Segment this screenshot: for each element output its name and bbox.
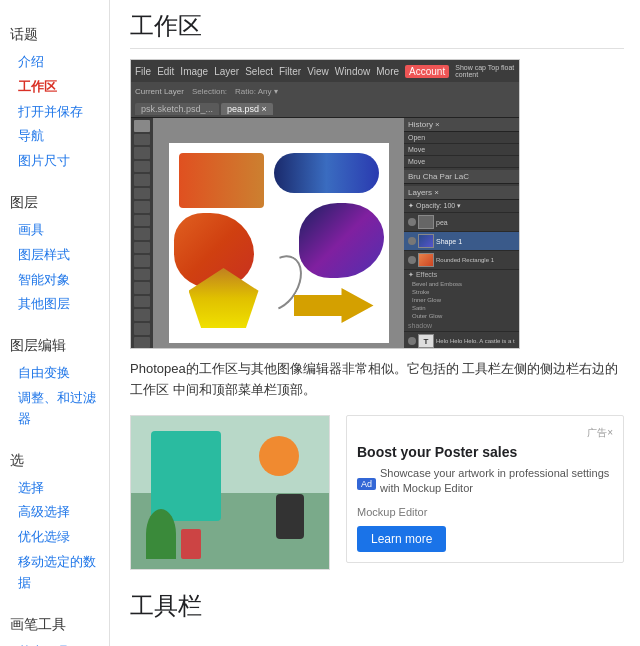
ps-left-toolbar — [131, 118, 153, 349]
sidebar-section-draw: 画笔工具 — [10, 616, 99, 634]
sidebar-item-select[interactable]: 选择 — [10, 476, 99, 501]
sidebar-item-smart-object[interactable]: 智能对象 — [10, 268, 99, 293]
sidebar-item-nav[interactable]: 导航 — [10, 124, 99, 149]
ps-tool-dodge[interactable] — [134, 269, 150, 281]
ps-layer-rrect[interactable]: Rounded Rectangle 1 — [404, 251, 519, 270]
ps-layers-header: Layers × — [404, 186, 519, 200]
photopea-screenshot: File Edit Image Layer Select Filter View… — [130, 59, 520, 349]
ps-layer-shape1[interactable]: Shape 1 — [404, 232, 519, 251]
ps-layer-pea-name: pea — [436, 219, 448, 226]
ps-current-layer-label: Current Layer — [135, 87, 184, 96]
ps-tool-pen[interactable] — [134, 282, 150, 294]
ad-provider: Ad Showcase your artwork in professional… — [357, 466, 613, 503]
ps-thumb-text: T — [418, 334, 434, 348]
sidebar-item-free-transform[interactable]: 自由变换 — [10, 361, 99, 386]
ps-layer-pea[interactable]: pea — [404, 213, 519, 232]
ps-history-move: Move — [404, 144, 519, 156]
shape-gradient-rect — [179, 153, 264, 208]
ps-menu-filter[interactable]: Filter — [279, 66, 301, 77]
shape-bird — [299, 203, 384, 278]
sidebar-item-move-select[interactable]: 移动选定的数据 — [10, 550, 99, 596]
ps-canvas — [169, 143, 389, 343]
ps-eye-shape1[interactable] — [408, 237, 416, 245]
ps-tool-brush[interactable] — [134, 201, 150, 213]
ps-tool-stamp[interactable] — [134, 215, 150, 227]
books-shape — [181, 529, 201, 559]
ps-tab-2[interactable]: pea.psd × — [221, 103, 273, 115]
ps-shadow-row: shadow — [404, 320, 519, 332]
ps-effect-bevel: Bevel and Emboss — [404, 280, 519, 288]
sidebar-topic-title: 话题 — [10, 26, 99, 44]
ps-menu-image[interactable]: Image — [180, 66, 208, 77]
page-layout: 话题 介绍 工作区 打开并保存 导航 图片尺寸 图层 画具 图层样式 智能对象 … — [0, 0, 640, 646]
ps-shadow-label: shadow — [408, 322, 432, 329]
ps-opacity-label: ✦ Opacity: 100 ▾ — [408, 202, 461, 210]
ps-tool-shape[interactable] — [134, 309, 150, 321]
ps-menu-view[interactable]: View — [307, 66, 329, 77]
ps-eye-rrect[interactable] — [408, 256, 416, 264]
sidebar-item-optimize-select[interactable]: 优化选绿 — [10, 525, 99, 550]
ps-history-header: History × — [404, 118, 519, 132]
ps-layer-rrect-name: Rounded Rectangle 1 — [436, 257, 494, 263]
ps-menubar: File Edit Image Layer Select Filter View… — [131, 60, 519, 82]
ps-tool-eraser[interactable] — [134, 242, 150, 254]
ps-thumb-pea — [418, 215, 434, 229]
ps-menu-window[interactable]: Window — [335, 66, 371, 77]
ps-props-header: Bru Cha Par LaC — [404, 170, 519, 184]
ps-menu-select[interactable]: Select — [245, 66, 273, 77]
sidebar-item-layer-style[interactable]: 图层样式 — [10, 243, 99, 268]
ad-label: 广告× — [357, 426, 613, 440]
ps-tab-1[interactable]: psk.sketch.psd_... — [135, 103, 219, 115]
ps-tool-gradient[interactable] — [134, 255, 150, 267]
ps-hist-open: Open — [408, 134, 425, 141]
sidebar-item-canvas[interactable]: 画具 — [10, 218, 99, 243]
ps-tool-lasso[interactable] — [134, 147, 150, 159]
ps-tool-move[interactable] — [134, 120, 150, 132]
sidebar-item-open-save[interactable]: 打开并保存 — [10, 100, 99, 125]
ps-layers-label: Layers × — [408, 188, 439, 197]
ps-history-label: History × — [408, 120, 440, 129]
ps-text-layer[interactable]: T Helo Helo Helo. A castle is a t — [404, 332, 519, 349]
ps-tool-crop[interactable] — [134, 161, 150, 173]
sidebar-item-basic-tool[interactable]: 基本工具 — [10, 640, 99, 646]
learn-more-button[interactable]: Learn more — [357, 526, 446, 552]
ps-effect-outer-glow: Outer Glow — [404, 312, 519, 320]
ad-close-icon[interactable]: 广告× — [587, 427, 613, 438]
ps-eye-pea[interactable] — [408, 218, 416, 226]
ps-tool-select[interactable] — [134, 134, 150, 146]
ps-right-panel: History × Open Move Move Bru Cha Par LaC… — [404, 118, 519, 349]
plant-shape — [146, 509, 176, 559]
ps-menu-more[interactable]: More — [376, 66, 399, 77]
ps-eye-text[interactable] — [408, 337, 416, 345]
ps-history-move2: Move — [404, 156, 519, 168]
phone-shape — [276, 494, 304, 539]
main-content: 工作区 File Edit Image Layer Select Filter … — [110, 0, 640, 646]
ps-tool-hand[interactable] — [134, 323, 150, 335]
ps-tool-history[interactable] — [134, 228, 150, 240]
ps-menu-file[interactable]: File — [135, 66, 151, 77]
ad-source: Mockup Editor — [357, 506, 613, 518]
sidebar: 话题 介绍 工作区 打开并保存 导航 图片尺寸 图层 画具 图层样式 智能对象 … — [0, 0, 110, 646]
ps-effect-stroke: Stroke — [404, 288, 519, 296]
toolbar-section-title: 工具栏 — [130, 590, 624, 622]
ps-menu-edit[interactable]: Edit — [157, 66, 174, 77]
sidebar-item-other-layers[interactable]: 其他图层 — [10, 292, 99, 317]
ps-tool-text[interactable] — [134, 296, 150, 308]
ps-tool-heal[interactable] — [134, 188, 150, 200]
ps-tool-zoom[interactable] — [134, 337, 150, 349]
ps-ratio-label: Ratio: Any ▾ — [235, 87, 278, 96]
sidebar-item-image-size[interactable]: 图片尺寸 — [10, 149, 99, 174]
ps-layer-shape1-name: Shape 1 — [436, 238, 462, 245]
shape-arrow — [294, 288, 374, 323]
ps-menu-layer[interactable]: Layer — [214, 66, 239, 77]
bottom-section: 广告× Boost your Poster sales Ad Showcase … — [130, 415, 624, 570]
sidebar-item-workspace[interactable]: 工作区 — [10, 75, 99, 100]
ps-thumb-rrect — [418, 253, 434, 267]
ps-tool-eyedrop[interactable] — [134, 174, 150, 186]
sidebar-item-intro[interactable]: 介绍 — [10, 50, 99, 75]
sidebar-item-advanced-select[interactable]: 高级选择 — [10, 500, 99, 525]
teal-card-shape — [151, 431, 221, 521]
sidebar-item-adjust-filter[interactable]: 调整、和过滤器 — [10, 386, 99, 432]
ps-workspace: History × Open Move Move Bru Cha Par LaC… — [131, 118, 519, 349]
ps-menu-account[interactable]: Account — [405, 65, 449, 78]
